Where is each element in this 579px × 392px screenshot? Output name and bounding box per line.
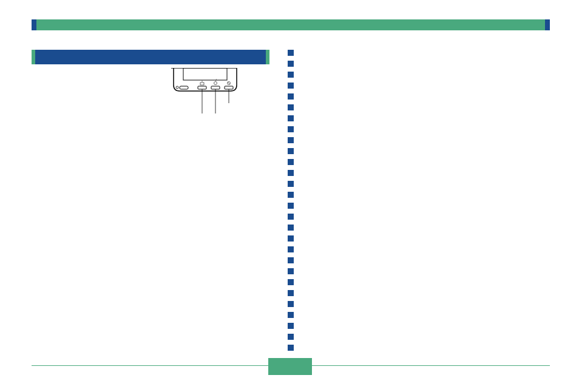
page-number-badge (268, 358, 312, 375)
svg-point-10 (214, 82, 217, 85)
header-accent-right (545, 19, 550, 30)
svg-rect-3 (198, 86, 206, 89)
section-accent-left (32, 50, 35, 64)
page-header-bar (32, 19, 550, 30)
vertical-divider-dots (288, 50, 294, 353)
section-header-bar (32, 50, 269, 64)
svg-rect-0 (183, 68, 227, 80)
svg-point-2 (176, 86, 178, 89)
svg-line-12 (228, 82, 230, 84)
svg-rect-9 (200, 83, 204, 85)
header-accent-left (32, 19, 36, 30)
svg-rect-1 (180, 86, 188, 89)
section-accent-right (266, 50, 269, 64)
device-illustration: / (171, 68, 269, 117)
svg-rect-5 (225, 86, 233, 89)
svg-rect-4 (211, 86, 220, 89)
